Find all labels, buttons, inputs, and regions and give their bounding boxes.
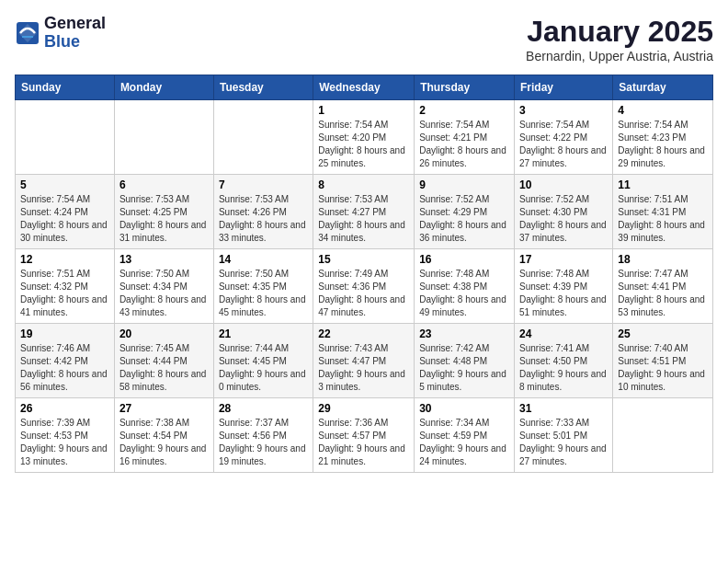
- logo-text: General Blue: [44, 15, 106, 52]
- day-info: Sunrise: 7:53 AM Sunset: 4:27 PM Dayligh…: [318, 193, 409, 245]
- calendar-cell: [16, 100, 115, 175]
- calendar-cell: 1Sunrise: 7:54 AM Sunset: 4:20 PM Daylig…: [313, 100, 415, 175]
- day-number: 6: [119, 178, 209, 191]
- calendar-cell: 15Sunrise: 7:49 AM Sunset: 4:36 PM Dayli…: [313, 249, 415, 324]
- day-number: 8: [318, 178, 409, 191]
- day-info: Sunrise: 7:54 AM Sunset: 4:21 PM Dayligh…: [419, 119, 509, 170]
- day-number: 17: [519, 253, 608, 266]
- calendar-cell: 26Sunrise: 7:39 AM Sunset: 4:53 PM Dayli…: [16, 398, 115, 473]
- day-header-saturday: Saturday: [613, 75, 713, 100]
- calendar-cell: 8Sunrise: 7:53 AM Sunset: 4:27 PM Daylig…: [313, 175, 415, 249]
- calendar-cell: 23Sunrise: 7:42 AM Sunset: 4:48 PM Dayli…: [415, 324, 515, 398]
- day-info: Sunrise: 7:53 AM Sunset: 4:26 PM Dayligh…: [219, 193, 308, 245]
- calendar-cell: 19Sunrise: 7:46 AM Sunset: 4:42 PM Dayli…: [16, 324, 115, 398]
- calendar-cell: 16Sunrise: 7:48 AM Sunset: 4:38 PM Dayli…: [415, 249, 515, 324]
- calendar-cell: 3Sunrise: 7:54 AM Sunset: 4:22 PM Daylig…: [515, 100, 613, 175]
- day-header-monday: Monday: [114, 75, 213, 100]
- day-info: Sunrise: 7:50 AM Sunset: 4:35 PM Dayligh…: [219, 268, 308, 319]
- day-number: 29: [318, 402, 409, 415]
- header: General Blue January 2025 Bernardin, Upp…: [15, 15, 713, 63]
- calendar-cell: 10Sunrise: 7:52 AM Sunset: 4:30 PM Dayli…: [515, 175, 613, 249]
- calendar-cell: 30Sunrise: 7:34 AM Sunset: 4:59 PM Dayli…: [415, 398, 515, 473]
- day-info: Sunrise: 7:36 AM Sunset: 4:57 PM Dayligh…: [318, 417, 409, 468]
- day-info: Sunrise: 7:51 AM Sunset: 4:32 PM Dayligh…: [20, 268, 109, 319]
- calendar-cell: 13Sunrise: 7:50 AM Sunset: 4:34 PM Dayli…: [114, 249, 213, 324]
- day-info: Sunrise: 7:52 AM Sunset: 4:30 PM Dayligh…: [519, 193, 608, 245]
- calendar-cell: [213, 100, 313, 175]
- day-number: 10: [519, 178, 608, 191]
- week-row-4: 19Sunrise: 7:46 AM Sunset: 4:42 PM Dayli…: [16, 324, 713, 398]
- day-info: Sunrise: 7:34 AM Sunset: 4:59 PM Dayligh…: [419, 417, 509, 468]
- calendar-cell: 24Sunrise: 7:41 AM Sunset: 4:50 PM Dayli…: [515, 324, 613, 398]
- calendar-cell: 5Sunrise: 7:54 AM Sunset: 4:24 PM Daylig…: [16, 175, 115, 249]
- day-number: 30: [419, 402, 509, 415]
- day-number: 28: [219, 402, 308, 415]
- week-row-1: 1Sunrise: 7:54 AM Sunset: 4:20 PM Daylig…: [16, 100, 713, 175]
- day-info: Sunrise: 7:53 AM Sunset: 4:25 PM Dayligh…: [119, 193, 209, 245]
- day-header-tuesday: Tuesday: [213, 75, 313, 100]
- week-row-3: 12Sunrise: 7:51 AM Sunset: 4:32 PM Dayli…: [16, 249, 713, 324]
- calendar-cell: 2Sunrise: 7:54 AM Sunset: 4:21 PM Daylig…: [415, 100, 515, 175]
- calendar-cell: 14Sunrise: 7:50 AM Sunset: 4:35 PM Dayli…: [213, 249, 313, 324]
- day-number: 3: [519, 104, 608, 117]
- day-number: 14: [219, 253, 308, 266]
- week-row-5: 26Sunrise: 7:39 AM Sunset: 4:53 PM Dayli…: [16, 398, 713, 473]
- day-info: Sunrise: 7:40 AM Sunset: 4:51 PM Dayligh…: [618, 342, 708, 394]
- day-info: Sunrise: 7:33 AM Sunset: 5:01 PM Dayligh…: [519, 417, 608, 468]
- day-header-thursday: Thursday: [415, 75, 515, 100]
- day-info: Sunrise: 7:54 AM Sunset: 4:24 PM Dayligh…: [20, 193, 109, 245]
- day-header-friday: Friday: [515, 75, 613, 100]
- calendar-cell: 20Sunrise: 7:45 AM Sunset: 4:44 PM Dayli…: [114, 324, 213, 398]
- logo-general: General: [44, 15, 106, 33]
- day-info: Sunrise: 7:49 AM Sunset: 4:36 PM Dayligh…: [318, 268, 409, 319]
- day-header-sunday: Sunday: [16, 75, 115, 100]
- day-number: 15: [318, 253, 409, 266]
- day-info: Sunrise: 7:48 AM Sunset: 4:38 PM Dayligh…: [419, 268, 509, 319]
- day-info: Sunrise: 7:42 AM Sunset: 4:48 PM Dayligh…: [419, 342, 509, 394]
- day-number: 23: [419, 327, 509, 340]
- logo-blue: Blue: [44, 33, 106, 52]
- day-info: Sunrise: 7:43 AM Sunset: 4:47 PM Dayligh…: [318, 342, 409, 394]
- calendar-cell: 6Sunrise: 7:53 AM Sunset: 4:25 PM Daylig…: [114, 175, 213, 249]
- day-number: 5: [20, 178, 109, 191]
- day-info: Sunrise: 7:44 AM Sunset: 4:45 PM Dayligh…: [219, 342, 308, 394]
- calendar-cell: 4Sunrise: 7:54 AM Sunset: 4:23 PM Daylig…: [613, 100, 713, 175]
- day-info: Sunrise: 7:54 AM Sunset: 4:23 PM Dayligh…: [618, 119, 708, 170]
- day-header-wednesday: Wednesday: [313, 75, 415, 100]
- day-number: 7: [219, 178, 308, 191]
- day-info: Sunrise: 7:39 AM Sunset: 4:53 PM Dayligh…: [20, 417, 109, 468]
- day-info: Sunrise: 7:54 AM Sunset: 4:20 PM Dayligh…: [318, 119, 409, 170]
- day-number: 25: [618, 327, 708, 340]
- day-number: 18: [618, 253, 708, 266]
- calendar-cell: 27Sunrise: 7:38 AM Sunset: 4:54 PM Dayli…: [114, 398, 213, 473]
- calendar-cell: 7Sunrise: 7:53 AM Sunset: 4:26 PM Daylig…: [213, 175, 313, 249]
- day-number: 16: [419, 253, 509, 266]
- day-number: 13: [119, 253, 209, 266]
- day-number: 1: [318, 104, 409, 117]
- day-number: 22: [318, 327, 409, 340]
- logo: General Blue: [15, 15, 106, 52]
- calendar-cell: 22Sunrise: 7:43 AM Sunset: 4:47 PM Dayli…: [313, 324, 415, 398]
- week-row-2: 5Sunrise: 7:54 AM Sunset: 4:24 PM Daylig…: [16, 175, 713, 249]
- calendar-cell: 31Sunrise: 7:33 AM Sunset: 5:01 PM Dayli…: [515, 398, 613, 473]
- calendar-cell: [114, 100, 213, 175]
- calendar-cell: 9Sunrise: 7:52 AM Sunset: 4:29 PM Daylig…: [415, 175, 515, 249]
- day-number: 21: [219, 327, 308, 340]
- calendar-cell: 11Sunrise: 7:51 AM Sunset: 4:31 PM Dayli…: [613, 175, 713, 249]
- calendar: SundayMondayTuesdayWednesdayThursdayFrid…: [15, 75, 713, 473]
- day-number: 24: [519, 327, 608, 340]
- calendar-cell: 25Sunrise: 7:40 AM Sunset: 4:51 PM Dayli…: [613, 324, 713, 398]
- day-info: Sunrise: 7:41 AM Sunset: 4:50 PM Dayligh…: [519, 342, 608, 394]
- day-number: 19: [20, 327, 109, 340]
- calendar-cell: [613, 398, 713, 473]
- title-area: January 2025 Bernardin, Upper Austria, A…: [526, 15, 713, 63]
- day-number: 20: [119, 327, 209, 340]
- day-number: 31: [519, 402, 608, 415]
- day-number: 11: [618, 178, 708, 191]
- calendar-cell: 17Sunrise: 7:48 AM Sunset: 4:39 PM Dayli…: [515, 249, 613, 324]
- day-info: Sunrise: 7:46 AM Sunset: 4:42 PM Dayligh…: [20, 342, 109, 394]
- calendar-cell: 29Sunrise: 7:36 AM Sunset: 4:57 PM Dayli…: [313, 398, 415, 473]
- day-info: Sunrise: 7:50 AM Sunset: 4:34 PM Dayligh…: [119, 268, 209, 319]
- day-number: 26: [20, 402, 109, 415]
- day-info: Sunrise: 7:38 AM Sunset: 4:54 PM Dayligh…: [119, 417, 209, 468]
